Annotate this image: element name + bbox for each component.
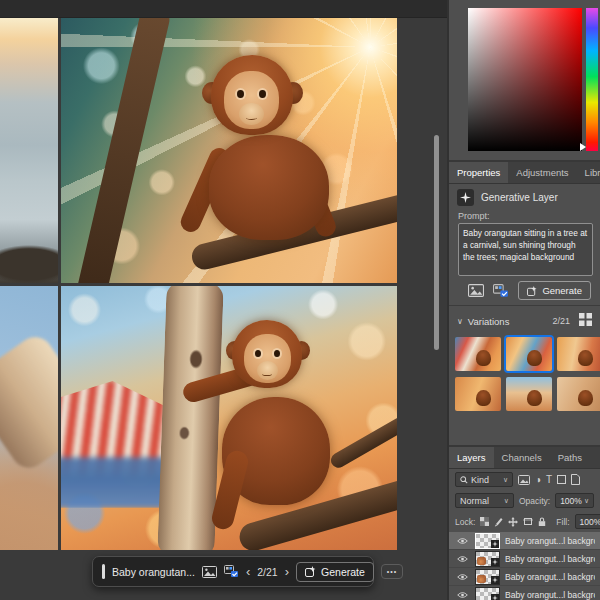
generative-layer-label: Generative Layer [481,192,558,203]
prompt-label: Prompt: [449,209,600,222]
sparkle-icon [305,566,316,577]
taskbar-more-button[interactable]: ••• [381,564,403,579]
visibility-eye-icon[interactable] [455,537,470,545]
layer-thumbnail[interactable] [475,569,500,585]
layer-name: Baby orangut...l background [505,554,595,564]
hue-slider-arrow[interactable] [580,143,586,151]
layer-thumbnail[interactable] [475,587,500,600]
lock-transparency-icon[interactable] [480,517,489,526]
layer-row-1[interactable]: Baby orangut...l background [449,532,600,550]
color-picker-panel [449,0,600,160]
reference-image-icon[interactable] [202,566,217,578]
canvas-image-left-top[interactable] [0,18,58,283]
color-saturation-field[interactable] [468,8,582,151]
blend-mode-dropdown[interactable]: Normal ∨ [455,493,514,508]
filter-kind-dropdown[interactable]: Kind ∨ [455,472,513,487]
variation-thumbnail-1[interactable] [455,337,501,371]
taskbar-prompt-preview[interactable]: Baby orangutan... [112,566,195,578]
next-variation-button[interactable]: › [285,565,289,578]
generative-layer-icon [457,189,474,206]
lock-all-icon[interactable] [538,517,546,527]
generate-image-icon[interactable] [224,565,239,578]
filter-smart-object-icon[interactable] [571,474,580,485]
layers-panel: Layers Channels Paths Kind ∨ ◑ T [449,445,600,600]
contextual-task-bar: Baby orangutan... ‹ 2/21 › Generate ••• [92,556,374,587]
variations-panel: ∨ Variations 2/21 [449,305,600,445]
generative-badge-icon [491,594,499,600]
variations-grid [449,334,600,411]
generate-button[interactable]: Generate [518,281,591,300]
sparkle-icon [527,286,537,296]
canvas-image-left-bottom[interactable] [0,286,58,550]
variation-thumbnail-2-selected[interactable] [506,337,552,371]
generate-image-icon[interactable] [493,284,509,298]
fill-dropdown[interactable]: 100% ∨ [575,514,600,529]
taskbar-drag-handle[interactable] [102,564,105,579]
filter-adjustment-layers-icon[interactable]: ◑ [535,475,541,485]
layer-row-4[interactable]: Baby orangut...l background [449,586,600,600]
lock-label: Lock: [455,517,475,527]
tab-properties[interactable]: Properties [449,162,508,183]
layer-name: Baby orangut...l background [505,572,595,582]
lock-artboard-icon[interactable] [523,517,533,526]
collapse-chevron-icon[interactable]: ∨ [457,317,463,326]
layer-row-3[interactable]: Baby orangut...l background [449,568,600,586]
fill-value: 100% [580,517,600,527]
visibility-eye-icon[interactable] [455,573,470,581]
prompt-textarea[interactable]: Baby orangutan sitting in a tree at a ca… [458,223,593,276]
variation-thumbnail-3[interactable] [557,337,600,371]
orangutan-figure [61,286,397,550]
filter-shape-layers-icon[interactable] [557,475,566,484]
filter-pixel-layers-icon[interactable] [518,475,530,485]
tab-libraries[interactable]: Libraries [577,162,600,183]
window-top-bar [0,0,447,18]
search-icon [460,476,468,484]
blend-mode-value: Normal [460,496,504,506]
properties-panel: Properties Adjustments Libraries Generat… [449,160,600,305]
tab-layers[interactable]: Layers [449,447,494,468]
chevron-down-icon: ∨ [584,497,589,505]
generative-badge-icon [491,558,499,566]
opacity-value: 100% [560,496,582,506]
properties-tabbar: Properties Adjustments Libraries [449,162,600,184]
filter-kind-label: Kind [471,475,500,485]
taskbar-variation-counter: 2/21 [257,566,277,578]
hue-strip[interactable] [586,8,598,151]
variation-thumbnail-4[interactable] [455,377,501,411]
layer-row-2[interactable]: Baby orangut...l background [449,550,600,568]
visibility-eye-icon[interactable] [455,591,470,599]
grid-view-icon[interactable] [579,312,592,330]
opacity-label: Opacity: [519,496,550,506]
variations-label: Variations [468,316,548,327]
lock-pixels-brush-icon[interactable] [494,517,503,527]
canvas-image-main-bottom[interactable] [61,286,397,550]
layers-filter-row: Kind ∨ ◑ T [449,469,600,490]
taskbar-generate-button[interactable]: Generate [296,562,374,582]
opacity-dropdown[interactable]: 100% ∨ [555,493,594,508]
layer-name: Baby orangut...l background [505,590,595,600]
reference-image-icon[interactable] [468,284,484,297]
photoshop-window: Baby orangutan... ‹ 2/21 › Generate ••• [0,0,600,600]
variation-thumbnail-5[interactable] [506,377,552,411]
canvas-area[interactable]: Baby orangutan... ‹ 2/21 › Generate ••• [0,0,447,600]
generative-badge-icon [491,540,499,548]
layer-thumbnail[interactable] [475,533,500,549]
tab-paths[interactable]: Paths [550,447,590,468]
canvas-scrollbar[interactable] [434,135,439,350]
tab-adjustments[interactable]: Adjustments [508,162,576,183]
canvas-image-main-top[interactable] [61,18,397,283]
filter-type-layers-icon[interactable]: T [546,475,552,485]
lock-row: Lock: Fill: 100% [449,511,600,532]
previous-variation-button[interactable]: ‹ [246,565,250,578]
blend-mode-row: Normal ∨ Opacity: 100% ∨ [449,490,600,511]
fill-label: Fill: [556,517,569,527]
variations-counter: 2/21 [552,316,570,326]
chevron-down-icon: ∨ [504,497,509,505]
visibility-eye-icon[interactable] [455,555,470,563]
generative-badge-icon [491,576,499,584]
layer-thumbnail[interactable] [475,551,500,567]
properties-actions-row: Generate [449,278,600,303]
lock-position-move-icon[interactable] [508,517,518,527]
variation-thumbnail-6[interactable] [557,377,600,411]
tab-channels[interactable]: Channels [494,447,550,468]
